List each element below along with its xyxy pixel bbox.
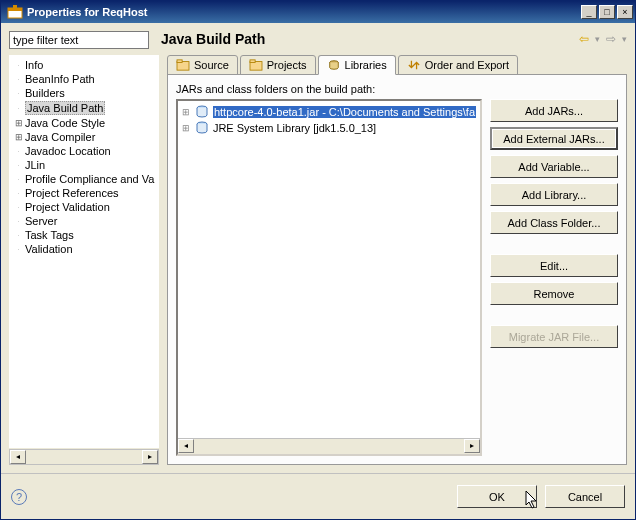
tree-item[interactable]: ·Profile Compliance and Va xyxy=(10,172,158,186)
help-icon[interactable]: ? xyxy=(11,489,27,505)
svg-rect-3 xyxy=(177,62,189,71)
tab-projects[interactable]: Projects xyxy=(240,55,316,75)
tab-body: JARs and class folders on the build path… xyxy=(167,74,627,465)
tab-label: Libraries xyxy=(345,59,387,71)
dialog-body: Java Build Path ⇦▾ ⇨▾ ·Info·BeanInfo Pat… xyxy=(1,23,635,473)
properties-dialog: Properties for ReqHost _ □ × Java Build … xyxy=(0,0,636,520)
migrate-jar-button: Migrate JAR File... xyxy=(490,325,618,348)
svg-rect-2 xyxy=(13,5,17,8)
tab-order[interactable]: Order and Export xyxy=(398,55,518,75)
tree-item[interactable]: ·Project Validation xyxy=(10,200,158,214)
window-controls: _ □ × xyxy=(581,5,633,19)
jar-list[interactable]: ⊞httpcore-4.0-beta1.jar - C:\Documents a… xyxy=(176,99,482,456)
tree-item[interactable]: ·Validation xyxy=(10,242,158,256)
button-column: Add JARs... Add External JARs... Add Var… xyxy=(490,99,618,456)
scroll-right-icon[interactable]: ▸ xyxy=(464,439,480,453)
right-panel: Source Projects Libraries Order and Expo… xyxy=(167,55,627,465)
scroll-left-icon[interactable]: ◂ xyxy=(10,450,26,464)
tree-item[interactable]: ⊞Java Code Style xyxy=(10,116,158,130)
scroll-left-icon[interactable]: ◂ xyxy=(178,439,194,453)
list-item[interactable]: ⊞httpcore-4.0-beta1.jar - C:\Documents a… xyxy=(180,104,478,120)
close-button[interactable]: × xyxy=(617,5,633,19)
category-tree-wrap: ·Info·BeanInfo Path·Builders·Java Build … xyxy=(9,55,159,465)
tree-item[interactable]: ·Info xyxy=(10,58,158,72)
jar-icon xyxy=(194,105,210,119)
tree-item[interactable]: ·Java Build Path xyxy=(10,100,158,116)
bottom-bar: ? OK Cancel xyxy=(1,473,635,519)
remove-button[interactable]: Remove xyxy=(490,282,618,305)
tab-source[interactable]: Source xyxy=(167,55,238,75)
window-title: Properties for ReqHost xyxy=(27,6,581,18)
tree-item[interactable]: ·Server xyxy=(10,214,158,228)
tree-item[interactable]: ·Project References xyxy=(10,186,158,200)
tab-libraries[interactable]: Libraries xyxy=(318,55,396,75)
order-icon xyxy=(407,59,421,71)
tree-item[interactable]: ·Javadoc Location xyxy=(10,144,158,158)
add-class-folder-button[interactable]: Add Class Folder... xyxy=(490,211,618,234)
svg-rect-6 xyxy=(250,60,255,63)
tree-item[interactable]: ·Builders xyxy=(10,86,158,100)
tab-label: Source xyxy=(194,59,229,71)
libraries-icon xyxy=(327,59,341,71)
filter-input[interactable] xyxy=(9,31,149,49)
tree-item[interactable]: ·Task Tags xyxy=(10,228,158,242)
svg-rect-4 xyxy=(177,60,182,63)
page-title: Java Build Path xyxy=(161,31,265,47)
add-jars-button[interactable]: Add JARs... xyxy=(490,99,618,122)
tree-item[interactable]: ·JLin xyxy=(10,158,158,172)
app-icon xyxy=(7,4,23,20)
tabs: Source Projects Libraries Order and Expo… xyxy=(167,55,627,75)
cancel-button[interactable]: Cancel xyxy=(545,485,625,508)
add-library-button[interactable]: Add Library... xyxy=(490,183,618,206)
source-icon xyxy=(176,59,190,71)
svg-rect-5 xyxy=(250,62,262,71)
ok-button[interactable]: OK xyxy=(457,485,537,508)
add-variable-button[interactable]: Add Variable... xyxy=(490,155,618,178)
scroll-right-icon[interactable]: ▸ xyxy=(142,450,158,464)
projects-icon xyxy=(249,59,263,71)
list-label: JARs and class folders on the build path… xyxy=(176,83,618,95)
tree-item[interactable]: ⊞Java Compiler xyxy=(10,130,158,144)
jar-icon xyxy=(194,121,210,135)
tab-label: Projects xyxy=(267,59,307,71)
tree-item[interactable]: ·BeanInfo Path xyxy=(10,72,158,86)
category-tree[interactable]: ·Info·BeanInfo Path·Builders·Java Build … xyxy=(9,55,159,448)
back-icon[interactable]: ⇦ xyxy=(579,32,589,46)
forward-icon[interactable]: ⇨ xyxy=(606,32,616,46)
titlebar: Properties for ReqHost _ □ × xyxy=(1,1,635,23)
list-item[interactable]: ⊞JRE System Library [jdk1.5.0_13] xyxy=(180,120,478,136)
minimize-button[interactable]: _ xyxy=(581,5,597,19)
list-scrollbar[interactable]: ◂ ▸ xyxy=(178,438,480,454)
nav-arrows: ⇦▾ ⇨▾ xyxy=(579,32,627,46)
add-external-jars-button[interactable]: Add External JARs... xyxy=(490,127,618,150)
edit-button[interactable]: Edit... xyxy=(490,254,618,277)
svg-rect-1 xyxy=(8,8,22,11)
maximize-button[interactable]: □ xyxy=(599,5,615,19)
tab-label: Order and Export xyxy=(425,59,509,71)
tree-scrollbar[interactable]: ◂ ▸ xyxy=(9,449,159,465)
